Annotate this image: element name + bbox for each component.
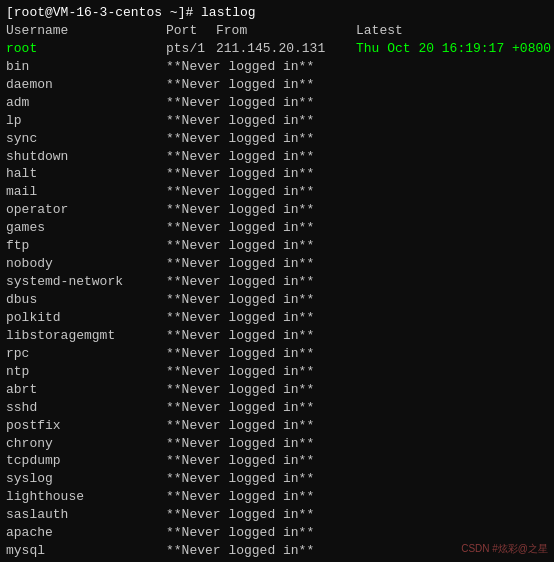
col-username: Username (6, 22, 166, 40)
root-from: 211.145.20.131 (216, 40, 356, 58)
user-row: shutdown**Never logged in** (6, 148, 548, 166)
user-name: lp (6, 112, 166, 130)
user-name: abrt (6, 381, 166, 399)
never-text: **Never logged in** (166, 524, 314, 542)
user-name: syslog (6, 470, 166, 488)
user-name: postfix (6, 417, 166, 435)
user-row: systemd-network**Never logged in** (6, 273, 548, 291)
never-text: **Never logged in** (166, 130, 314, 148)
never-text: **Never logged in** (166, 381, 314, 399)
user-row: tcpdump**Never logged in** (6, 452, 548, 470)
user-name: systemd-network (6, 273, 166, 291)
user-row: adm**Never logged in** (6, 94, 548, 112)
user-row: sync**Never logged in** (6, 130, 548, 148)
user-name: mail (6, 183, 166, 201)
never-text: **Never logged in** (166, 76, 314, 94)
user-name: ntp (6, 363, 166, 381)
user-name: games (6, 219, 166, 237)
user-row: rpc**Never logged in** (6, 345, 548, 363)
user-row: ftp**Never logged in** (6, 237, 548, 255)
user-name: halt (6, 165, 166, 183)
user-row: operator**Never logged in** (6, 201, 548, 219)
never-text: **Never logged in** (166, 165, 314, 183)
user-name: operator (6, 201, 166, 219)
never-text: **Never logged in** (166, 470, 314, 488)
user-row: polkitd**Never logged in** (6, 309, 548, 327)
user-row: dbus**Never logged in** (6, 291, 548, 309)
never-text: **Never logged in** (166, 488, 314, 506)
user-name: polkitd (6, 309, 166, 327)
never-text: **Never logged in** (166, 201, 314, 219)
user-name: lighthouse (6, 488, 166, 506)
user-name: bin (6, 58, 166, 76)
never-text: **Never logged in** (166, 291, 314, 309)
prompt-text: [root@VM-16-3-centos ~]# lastlog (6, 4, 256, 22)
user-row: libstoragemgmt**Never logged in** (6, 327, 548, 345)
never-text: **Never logged in** (166, 327, 314, 345)
user-row: nobody**Never logged in** (6, 255, 548, 273)
never-text: **Never logged in** (166, 58, 314, 76)
user-name: apache (6, 524, 166, 542)
col-port: Port (166, 22, 216, 40)
user-name: saslauth (6, 506, 166, 524)
never-text: **Never logged in** (166, 183, 314, 201)
col-latest: Latest (356, 22, 403, 40)
root-port: pts/1 (166, 40, 216, 58)
watermark: CSDN #炫彩@之星 (461, 542, 548, 556)
never-text: **Never logged in** (166, 345, 314, 363)
terminal-window: [root@VM-16-3-centos ~]# lastlog Usernam… (0, 0, 554, 562)
user-name: adm (6, 94, 166, 112)
root-latest: Thu Oct 20 16:19:17 +0800 2022 (356, 40, 554, 58)
never-text: **Never logged in** (166, 112, 314, 130)
user-name: dbus (6, 291, 166, 309)
never-text: **Never logged in** (166, 255, 314, 273)
never-text: **Never logged in** (166, 219, 314, 237)
never-text: **Never logged in** (166, 237, 314, 255)
user-row: chrony**Never logged in** (6, 435, 548, 453)
never-text: **Never logged in** (166, 506, 314, 524)
user-name: mysql (6, 542, 166, 560)
never-text: **Never logged in** (166, 273, 314, 291)
user-name: sync (6, 130, 166, 148)
never-text: **Never logged in** (166, 452, 314, 470)
never-text: **Never logged in** (166, 542, 314, 560)
never-text: **Never logged in** (166, 148, 314, 166)
command-prompt-line: [root@VM-16-3-centos ~]# lastlog (6, 4, 548, 22)
user-name: tcpdump (6, 452, 166, 470)
user-name: ftp (6, 237, 166, 255)
never-text: **Never logged in** (166, 363, 314, 381)
root-entry-row: root pts/1 211.145.20.131 Thu Oct 20 16:… (6, 40, 548, 58)
user-row: mail**Never logged in** (6, 183, 548, 201)
user-name: libstoragemgmt (6, 327, 166, 345)
user-name: sshd (6, 399, 166, 417)
never-text: **Never logged in** (166, 417, 314, 435)
user-row: lighthouse**Never logged in** (6, 488, 548, 506)
user-name: chrony (6, 435, 166, 453)
user-row: postfix**Never logged in** (6, 417, 548, 435)
never-text: **Never logged in** (166, 399, 314, 417)
header-row: Username Port From Latest (6, 22, 548, 40)
user-row: sshd**Never logged in** (6, 399, 548, 417)
user-row: abrt**Never logged in** (6, 381, 548, 399)
never-text: **Never logged in** (166, 435, 314, 453)
user-row: lp**Never logged in** (6, 112, 548, 130)
user-rows-container: bin**Never logged in**daemon**Never logg… (6, 58, 548, 562)
user-row: apache**Never logged in** (6, 524, 548, 542)
user-row: games**Never logged in** (6, 219, 548, 237)
user-row: halt**Never logged in** (6, 165, 548, 183)
user-name: nobody (6, 255, 166, 273)
root-username: root (6, 40, 166, 58)
user-row: syslog**Never logged in** (6, 470, 548, 488)
user-row: ntp**Never logged in** (6, 363, 548, 381)
never-text: **Never logged in** (166, 94, 314, 112)
user-row: bin**Never logged in** (6, 58, 548, 76)
user-name: shutdown (6, 148, 166, 166)
user-name: rpc (6, 345, 166, 363)
col-from: From (216, 22, 356, 40)
user-row: daemon**Never logged in** (6, 76, 548, 94)
user-row: saslauth**Never logged in** (6, 506, 548, 524)
never-text: **Never logged in** (166, 309, 314, 327)
user-name: daemon (6, 76, 166, 94)
